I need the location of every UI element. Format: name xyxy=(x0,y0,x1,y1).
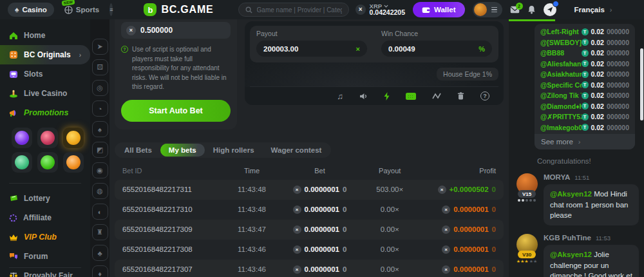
game-icon[interactable]: ♠ xyxy=(92,121,108,137)
wallet-button[interactable]: Wallet xyxy=(413,2,464,17)
turbo-bolt-icon[interactable] xyxy=(384,92,390,100)
help-icon[interactable]: ? xyxy=(480,91,489,100)
bets-table: Bet ID Time Bet Payout Profit 6552016848… xyxy=(115,162,504,277)
payout-input[interactable] xyxy=(263,45,356,53)
menu-hamburger-icon[interactable]: ≡ xyxy=(109,3,113,16)
chat-scrollbar[interactable] xyxy=(640,48,643,120)
game-icon[interactable]: ◎ xyxy=(92,80,108,96)
sidebar-item-label: Affiliate xyxy=(23,213,52,222)
winner-username[interactable]: @Diamond♦Hu... xyxy=(540,102,582,110)
chevron-down-icon xyxy=(384,5,388,8)
winner-username[interactable]: @Zilong Tik Tok xyxy=(540,91,582,99)
sidebar-item-forum[interactable]: Forum xyxy=(0,247,90,266)
sound-icon[interactable] xyxy=(359,93,368,100)
rain-winner-row[interactable]: @Left-Right T 0.02000000 xyxy=(540,26,629,37)
win-chance-input-wrap[interactable]: % xyxy=(381,41,492,57)
notifications-button[interactable] xyxy=(527,5,536,14)
winner-username[interactable]: @Asiakhatun xyxy=(540,70,582,78)
table-row[interactable]: 65520168482217308 11:43:46 × 0.00000010 … xyxy=(115,240,504,260)
hotkeys-keyboard-icon[interactable] xyxy=(406,93,416,100)
game-icon[interactable]: ◍ xyxy=(92,183,108,199)
payout-input-wrap[interactable]: × xyxy=(256,41,367,57)
rain-winner-row[interactable]: @Asiakhatun T 0.02000000 xyxy=(540,69,629,80)
winner-username[interactable]: @Left-Right xyxy=(540,28,579,35)
table-row[interactable]: 65520168482217311 11:43:48 × 0.00000010 … xyxy=(115,180,504,200)
game-icon[interactable]: ◔ xyxy=(92,100,108,117)
messages-button[interactable]: 2 xyxy=(510,6,520,14)
game-icon[interactable]: ➤ xyxy=(92,39,108,55)
script-note-text: Use of script is optional and players mu… xyxy=(132,45,231,92)
game-icon[interactable]: ♦ xyxy=(92,265,108,277)
game-icon[interactable]: ◐ xyxy=(92,204,108,220)
winner-username[interactable]: @[SWEBOY] xyxy=(540,39,582,46)
congratulations-text: Congratulations! xyxy=(537,157,639,165)
sidebar-item-lottery[interactable]: Lottery xyxy=(0,189,90,208)
profile-menu[interactable] xyxy=(473,2,502,17)
tab-casino[interactable]: ♠ Casino xyxy=(8,3,54,17)
see-more-button[interactable]: See more › xyxy=(535,134,635,149)
message-username[interactable]: KGB PuhTine xyxy=(544,234,591,242)
start-auto-bet-button[interactable]: Start Auto Bet xyxy=(121,100,231,122)
sidebar-item-affiliate[interactable]: Affiliate xyxy=(0,208,90,227)
promo-tile[interactable] xyxy=(63,152,84,173)
rain-winner-row[interactable]: @Imakegob00m... T 0.02000000 xyxy=(540,122,629,133)
rain-winner-row[interactable]: @Aliesfahan1363 T 0.02000000 xyxy=(540,59,629,70)
rain-winner-row[interactable]: @Zilong Tik Tok T 0.02000000 xyxy=(540,90,629,101)
winner-username[interactable]: @BB88 xyxy=(540,49,564,57)
message-body: MORYA 11:51 @Aksyen12 Mod Hindi chat roo… xyxy=(544,173,639,225)
promo-tile[interactable] xyxy=(12,152,32,173)
bets-tab[interactable]: High rollers xyxy=(205,144,263,157)
rain-winner-row[interactable]: @✗PRITTY5233✗ T 0.02000000 xyxy=(540,111,629,122)
game-icon[interactable]: ⚄ xyxy=(92,59,108,75)
sidebar-item-home[interactable]: Home xyxy=(0,26,90,45)
winner-username[interactable]: @Aliesfahan1363 xyxy=(540,60,582,68)
mention[interactable]: @Aksyen12 xyxy=(550,251,592,258)
game-icon[interactable]: ◉ xyxy=(92,162,108,178)
search-icon xyxy=(245,6,252,14)
rain-winner-row[interactable]: @[SWEBOY] T 0.02000000 xyxy=(540,37,629,48)
win-chance-input[interactable] xyxy=(388,45,478,53)
bets-tab[interactable]: Wager contest xyxy=(263,144,330,157)
music-icon[interactable]: ♫ xyxy=(337,91,343,101)
rain-winner-row[interactable]: @Specific Cowden T 0.02000000 xyxy=(540,80,629,91)
winner-username[interactable]: @Imakegob00m... xyxy=(540,124,582,131)
tab-sports[interactable]: NEW Sports xyxy=(61,3,103,17)
clear-trash-icon[interactable] xyxy=(457,92,464,100)
winner-username[interactable]: @✗PRITTY5233✗ xyxy=(540,113,582,120)
sidebar-item-vip-club[interactable]: VIP Club xyxy=(0,227,90,247)
hamburger-glyph: ≡ xyxy=(109,6,113,13)
rain-winner-row[interactable]: @BB88 T 0.02000000 xyxy=(540,48,629,59)
game-icon[interactable]: ♜ xyxy=(92,224,108,240)
search-input[interactable] xyxy=(257,6,342,14)
sidebar-item-slots[interactable]: Slots xyxy=(0,64,90,84)
stats-icon[interactable] xyxy=(432,93,441,99)
sidebar-item-live-casino[interactable]: Live Casino xyxy=(0,84,90,103)
promo-tile[interactable] xyxy=(12,128,32,148)
bet-amount-input[interactable] xyxy=(140,26,225,35)
bets-tab[interactable]: My bets xyxy=(160,144,205,157)
game-search[interactable] xyxy=(238,3,349,17)
game-icon[interactable]: ♣ xyxy=(92,245,108,261)
bets-tab[interactable]: All Bets xyxy=(116,144,160,157)
table-row[interactable]: 65520168482217307 11:43:46 × 0.00000010 … xyxy=(115,260,504,277)
bet-amount-field[interactable]: × xyxy=(121,22,231,39)
promo-tile[interactable] xyxy=(63,128,84,148)
language-selector[interactable]: Français › xyxy=(574,6,612,14)
balance-selector[interactable]: × XRP 0.04242205 xyxy=(355,3,405,17)
sidebar-item-promotions[interactable]: Promotions xyxy=(0,103,90,122)
rain-winner-row[interactable]: @Diamond♦Hu... T 0.02000000 xyxy=(540,101,629,112)
mention[interactable]: @Aksyen12 xyxy=(550,190,592,198)
promo-tile[interactable] xyxy=(37,152,58,173)
table-row[interactable]: 65520168482217309 11:43:47 × 0.00000010 … xyxy=(115,220,504,240)
time-cell: 11:43:48 xyxy=(224,186,279,193)
promo-tile[interactable] xyxy=(37,128,58,148)
bc-game-logo[interactable]: b BC.GAME xyxy=(144,3,213,16)
message-username[interactable]: MORYA xyxy=(544,173,570,181)
controls-row: × ? Use of script is optional and player… xyxy=(115,19,504,129)
table-row[interactable]: 65520168482217310 11:43:48 × 0.00000010 … xyxy=(115,200,504,220)
sidebar-item-bc-originals[interactable]: BC Originals › xyxy=(0,45,90,64)
avatar[interactable] xyxy=(474,3,487,16)
winner-username[interactable]: @Specific Cowden xyxy=(540,81,582,89)
game-icon[interactable]: ◩ xyxy=(92,142,108,158)
chat-toggle-button[interactable] xyxy=(544,3,556,16)
